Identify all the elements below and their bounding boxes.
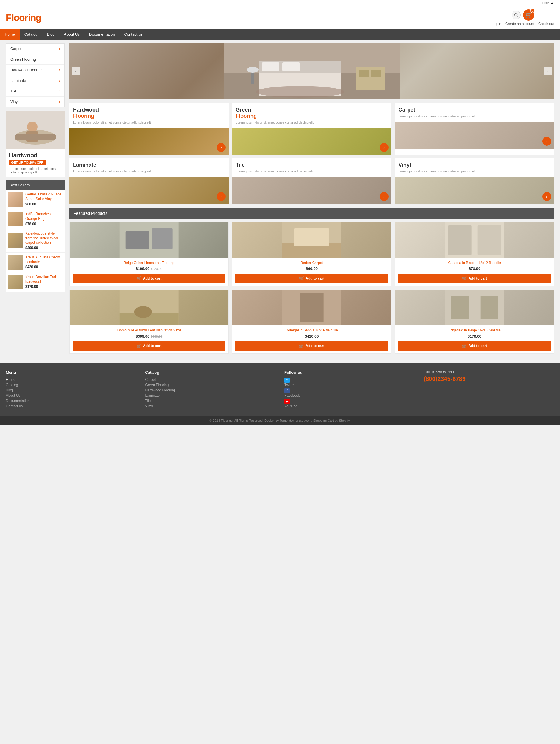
product-name[interactable]: Domo Mile Autumn Leaf Inspiration Vinyl (73, 328, 225, 333)
product-price: $420.00 (305, 334, 319, 338)
add-to-cart-button[interactable]: 🛒 Add to cart (73, 274, 225, 283)
slider-next-button[interactable]: › (544, 67, 552, 75)
seller-info: IndB - Branches Orange Rug $78.00 (25, 212, 63, 226)
slider-prev-button[interactable]: ‹ (72, 67, 80, 75)
footer-link-blog[interactable]: Blog (6, 388, 136, 392)
sidebar-item-laminate[interactable]: Laminate › (6, 75, 65, 86)
footer-menu-label: Menu (6, 370, 136, 375)
footer-cat-hardwood[interactable]: Hardwood Flooring (145, 388, 276, 392)
arrow-icon: › (59, 47, 60, 51)
nav-item-contact[interactable]: Contact us (119, 29, 147, 40)
product-card: Berber Carpet $60.00 🛒 Add to cart (232, 222, 391, 286)
footer-cat-green[interactable]: Green Flooring (145, 383, 276, 387)
seller-name[interactable]: Kraus Augusta Cherry Laminate (25, 255, 63, 264)
add-to-cart-button[interactable]: 🛒 Add to cart (398, 274, 551, 283)
sidebar-item-carpet[interactable]: Carpet › (6, 44, 65, 54)
facebook-link[interactable]: f Facebook (284, 388, 415, 398)
cart-button[interactable]: 🛒 0 (523, 9, 534, 21)
category-card-laminate: Laminate Lorem ipsum dolor sit amet cons… (69, 158, 229, 204)
footer-cat-vinyl[interactable]: Vinyl (145, 404, 276, 408)
cat-card-text: Green Flooring Lorem ipsum dolor sit ame… (232, 103, 391, 128)
add-to-cart-button[interactable]: 🛒 Add to cart (398, 341, 551, 350)
search-button[interactable] (512, 11, 521, 20)
footer-link-contact[interactable]: Contact us (6, 404, 136, 408)
footer-catalog-col: Catalog Carpet Green Flooring Hardwood F… (145, 370, 276, 409)
nav-item-documentation[interactable]: Documentation (84, 29, 119, 40)
product-name[interactable]: Beige Ocher Limestone Flooring (73, 261, 225, 265)
svg-point-4 (27, 121, 38, 132)
currency-select[interactable]: USD EUR (541, 1, 554, 5)
checkout-link[interactable]: Check out (538, 22, 554, 26)
seller-item: Kraus Brazilian Trak hardwood $170.00 (6, 272, 65, 292)
footer-link-documentation[interactable]: Documentation (6, 399, 136, 403)
product-price: $60.00 (306, 266, 318, 271)
seller-name[interactable]: IndB - Branches Orange Rug (25, 212, 63, 221)
svg-point-30 (134, 306, 152, 318)
add-to-cart-button[interactable]: 🛒 Add to cart (235, 341, 388, 350)
sidebar-item-tile[interactable]: Tile › (6, 86, 65, 97)
footer-link-catalog[interactable]: Catalog (6, 383, 136, 387)
logo: Flooring (6, 12, 41, 23)
seller-price: $60.00 (25, 202, 63, 206)
twitter-label: Twitter (284, 383, 295, 387)
footer-cat-laminate[interactable]: Laminate (145, 394, 276, 398)
product-name[interactable]: Calabria in Biscotti 12x12 field tile (398, 261, 551, 265)
product-price: $170.00 (468, 334, 481, 338)
cat-image: › (395, 178, 554, 204)
cat-title: Vinyl (399, 162, 551, 168)
cat-desc: Lorem ipsum dolor sit amet conse ctetur … (236, 169, 388, 174)
footer-link-home[interactable]: Home (6, 378, 136, 382)
footer-cat-carpet[interactable]: Carpet (145, 378, 276, 382)
nav-item-about[interactable]: About Us (59, 29, 84, 40)
phone-label: Call us now toll free (424, 370, 554, 374)
sidebar-category-menu: Carpet › Green Flooring › Hardwood Floor… (6, 43, 65, 107)
footer-cat-tile[interactable]: Tile (145, 399, 276, 403)
nav-item-home[interactable]: Home (0, 29, 20, 40)
cat-arrow-button[interactable]: › (543, 192, 551, 201)
seller-item: IndB - Branches Orange Rug $78.00 (6, 209, 65, 229)
svg-rect-35 (480, 296, 498, 319)
footer-link-about[interactable]: About Us (6, 394, 136, 398)
sidebar-item-vinyl[interactable]: Vinyl › (6, 97, 65, 107)
add-to-cart-button[interactable]: 🛒 Add to cart (235, 274, 388, 283)
seller-name[interactable]: Gerflor Jurassic Nuage Super Solar Vinyl (25, 192, 63, 201)
cat-arrow-button[interactable]: › (380, 192, 389, 201)
product-info: Beige Ocher Limestone Flooring $199.00$2… (70, 258, 228, 274)
cart-badge: 0 (530, 8, 535, 13)
product-image (232, 223, 391, 258)
cat-card-text: Hardwood Flooring Lorem ipsum dolor sit … (69, 103, 229, 128)
cat-arrow-button[interactable]: › (380, 143, 389, 152)
arrow-icon: › (59, 79, 60, 83)
svg-point-14 (247, 67, 258, 73)
cat-arrow-button[interactable]: › (543, 137, 551, 146)
svg-rect-34 (451, 296, 469, 319)
product-image (70, 223, 228, 258)
header-right: 🛒 0 Log in Create an account Check out (491, 9, 554, 26)
sidebar-item-hardwood-flooring[interactable]: Hardwood Flooring › (6, 65, 65, 75)
product-name[interactable]: Edgefield in Beige 16x16 field tile (398, 328, 551, 333)
seller-info: Gerflor Jurassic Nuage Super Solar Vinyl… (25, 192, 63, 206)
footer-social-col: Follow us t Twitter f Facebook ▶ Youtube (284, 370, 415, 409)
cat-arrow-button[interactable]: › (217, 143, 226, 152)
seller-name[interactable]: Kaleidoscope style from the Tufted Wool … (25, 231, 63, 245)
product-old-price: $500.00 (151, 335, 162, 338)
cat-arrow-button[interactable]: › (217, 192, 226, 201)
youtube-link[interactable]: ▶ Youtube (284, 399, 415, 408)
svg-rect-6 (15, 134, 56, 140)
nav-item-catalog[interactable]: Catalog (20, 29, 42, 40)
seller-price: $399.00 (25, 246, 63, 250)
nav-item-blog[interactable]: Blog (42, 29, 59, 40)
sidebar-item-green-flooring[interactable]: Green Flooring › (6, 54, 65, 65)
product-name[interactable]: Donegal in Sabbia 16x16 field tile (235, 328, 388, 333)
twitter-link[interactable]: t Twitter (284, 378, 415, 387)
cat-desc: Lorem ipsum dolor sit amet conse ctetur … (399, 169, 551, 174)
best-sellers-header: Best Sellers (6, 180, 65, 190)
seller-name[interactable]: Kraus Brazilian Trak hardwood (25, 275, 63, 284)
login-link[interactable]: Log in (491, 22, 501, 26)
top-bar: USD EUR (0, 0, 560, 6)
product-name[interactable]: Berber Carpet (235, 261, 388, 265)
cart-icon: 🛒 (462, 344, 467, 348)
create-account-link[interactable]: Create an account (505, 22, 534, 26)
add-to-cart-button[interactable]: 🛒 Add to cart (73, 341, 225, 350)
svg-rect-32 (300, 293, 323, 322)
